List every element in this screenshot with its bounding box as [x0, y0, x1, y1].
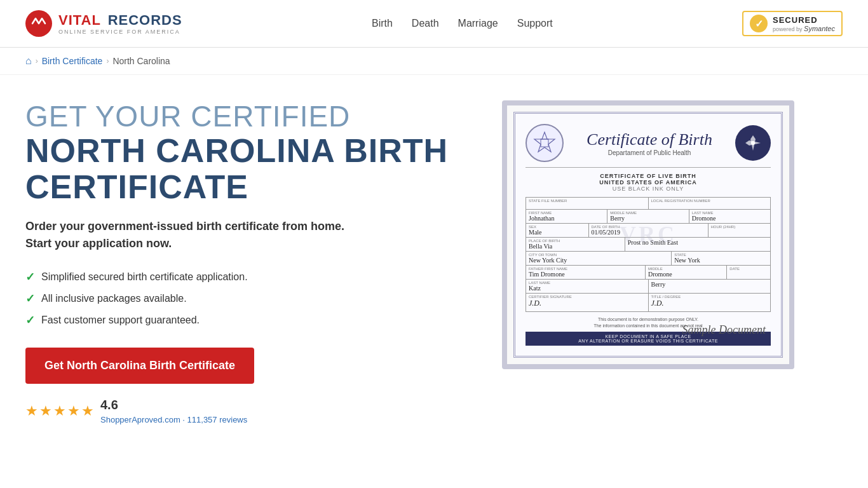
cert-cell-last: LAST NAME Dromone [689, 210, 770, 223]
rating-details: 4.6 ShopperAproved.com · 111,357 reviews [100, 398, 247, 424]
cert-cell-local-reg: LOCAL REGISTRATION NUMBER [649, 198, 771, 209]
cert-cell-father-first: FATHER FIRST NAME Tim Dromone [526, 266, 646, 279]
cert-subtitle-3: USE BLACK INK ONLY [526, 186, 771, 192]
norton-check-icon: ✓ [750, 15, 768, 32]
breadcrumb-home-icon[interactable]: ⌂ [25, 55, 32, 67]
cert-cell-father-mid: MIDDLE Dromone [646, 266, 727, 279]
main-content: GET YOUR CERTIFIED NORTH CAROLINA BIRTH … [0, 75, 868, 437]
rating-area: ★ ★ ★ ★ ★ 4.6 ShopperAproved.com · 111,3… [25, 398, 458, 424]
star-4: ★ [67, 403, 80, 419]
cert-sample-label: Sample Document [682, 323, 766, 337]
breadcrumb: ⌂ › Birth Certificate › North Carolina [0, 48, 868, 75]
star-rating: ★ ★ ★ ★ ★ [25, 403, 94, 419]
cert-cell-file-number: STATE FILE NUMBER [526, 198, 649, 209]
cert-row-place: PLACE OF BIRTH Bella Via Prost no Smith … [526, 237, 771, 252]
logo-title: VITAL RECORDS [58, 12, 182, 29]
cert-cell-place1: PLACE OF BIRTH Bella Via [526, 238, 625, 251]
norton-powered-label: powered by Symantec [773, 25, 835, 32]
nav-death[interactable]: Death [412, 18, 439, 29]
svg-point-3 [751, 141, 755, 145]
norton-badge: ✓ SECURED powered by Symantec [742, 11, 843, 36]
check-icon-3: ✓ [25, 313, 35, 327]
check-icon-1: ✓ [25, 270, 35, 284]
cert-title-area: Certificate of Birth Departament of Publ… [564, 130, 735, 156]
logo-subtitle: ONLINE SERVICE FOR AMERICA [58, 29, 182, 35]
breadcrumb-sep-1: › [36, 57, 38, 65]
rating-source[interactable]: ShopperAproved.com · 111,357 reviews [100, 415, 247, 424]
features-list: ✓ Simplified secured birth certificate a… [25, 270, 458, 327]
norton-secured-label: SECURED [773, 15, 835, 25]
nav-birth[interactable]: Birth [372, 18, 393, 29]
hero-description: Order your government-issued birth certi… [25, 218, 369, 252]
svg-rect-1 [541, 139, 548, 147]
cert-cell-7b: Berry [649, 280, 771, 293]
nav-support[interactable]: Support [517, 18, 553, 29]
cert-cell-sig2: TITLE / DEGREE J.D. [649, 294, 771, 311]
cert-subtitle-2: UNITED STATES OF AMERICA [526, 179, 771, 186]
cert-cell-hour: HOUR (24HR) [709, 224, 771, 237]
header: VITAL RECORDS ONLINE SERVICE FOR AMERICA… [0, 0, 868, 48]
cert-cell-city: CITY OR TOWN New York City [526, 252, 672, 265]
cert-seal [526, 124, 564, 162]
cert-cell-dob: DATE OF BIRTH 01/05/2019 [589, 224, 709, 237]
logo[interactable]: VITAL RECORDS ONLINE SERVICE FOR AMERICA [25, 10, 182, 37]
star-1: ★ [25, 403, 38, 419]
feature-2: ✓ All inclusive packages available. [25, 292, 458, 306]
cert-cell-father-date: DATE [727, 266, 770, 279]
breadcrumb-sep-2: › [106, 57, 109, 65]
main-nav: Birth Death Marriage Support [372, 18, 553, 29]
svg-marker-0 [534, 132, 555, 152]
cert-header: Certificate of Birth Departament of Publ… [526, 124, 771, 162]
rating-score: 4.6 [100, 398, 247, 412]
cert-row-father: FATHER FIRST NAME Tim Dromone MIDDLE Dro… [526, 265, 771, 280]
breadcrumb-current: North Carolina [112, 56, 170, 66]
feature-1: ✓ Simplified secured birth certificate a… [25, 270, 458, 284]
cert-row-sig: CERTIFIER SIGNATURE J.D. TITLE / DEGREE … [526, 293, 771, 312]
star-5: ★ [81, 403, 94, 419]
right-content: VRC Certificate of Birth Departament of … [496, 100, 801, 424]
cert-subtitle-1: CERTIFICATE OF LIVE BIRTH [526, 173, 771, 179]
check-icon-2: ✓ [25, 292, 35, 306]
headline-top: GET YOUR CERTIFIED [25, 100, 458, 133]
cert-badge [735, 125, 771, 161]
feature-2-text: All inclusive packages available. [41, 293, 187, 304]
cert-cell-sex: SEX Male [526, 224, 589, 237]
cert-form-rows: STATE FILE NUMBER LOCAL REGISTRATION NUM… [526, 197, 771, 312]
cta-button[interactable]: Get North Carolina Birth Certificate [25, 348, 254, 384]
nav-marriage[interactable]: Marriage [458, 18, 498, 29]
cert-row-1: STATE FILE NUMBER LOCAL REGISTRATION NUM… [526, 197, 771, 210]
certificate-image: VRC Certificate of Birth Departament of … [502, 100, 794, 369]
certificate-inner: VRC Certificate of Birth Departament of … [513, 112, 783, 358]
breadcrumb-birth-certificate[interactable]: Birth Certificate [42, 56, 103, 66]
cert-row-name: FIRST NAME Johnathan MIDDLE NAME Berry L… [526, 209, 771, 224]
cert-cell-last2: LAST NAME Katz [526, 280, 649, 293]
cert-row-city: CITY OR TOWN New York City STATE New Yor… [526, 251, 771, 266]
logo-vital: VITAL [58, 12, 101, 28]
cert-row-7: LAST NAME Katz Berry [526, 279, 771, 294]
cert-cell-middle: MIDDLE NAME Berry [607, 210, 689, 223]
feature-3: ✓ Fast customer support guaranteed. [25, 313, 458, 327]
headline-bottom: NORTH CAROLINA BIRTH CERTIFICATE [25, 133, 458, 205]
cert-cell-place2: Prost no Smith East [625, 238, 770, 251]
logo-icon [25, 10, 52, 37]
cert-row-dob: SEX Male DATE OF BIRTH 01/05/2019 HOUR (… [526, 223, 771, 238]
cert-title: Certificate of Birth [564, 130, 735, 149]
logo-records: RECORDS [108, 12, 182, 28]
feature-3-text: Fast customer support guaranteed. [41, 315, 200, 326]
left-content: GET YOUR CERTIFIED NORTH CAROLINA BIRTH … [25, 100, 458, 424]
star-3: ★ [53, 403, 66, 419]
cert-divider-1 [526, 167, 771, 168]
norton-text: SECURED powered by Symantec [773, 15, 835, 32]
cert-cell-sig1: CERTIFIER SIGNATURE J.D. [526, 294, 649, 311]
feature-1-text: Simplified secured birth certificate app… [41, 271, 248, 283]
cert-cell-state: STATE New York [672, 252, 770, 265]
logo-text: VITAL RECORDS ONLINE SERVICE FOR AMERICA [58, 12, 182, 35]
cert-dept: Departament of Public Health [564, 149, 735, 156]
cert-cell-first: FIRST NAME Johnathan [526, 210, 607, 223]
star-2: ★ [39, 403, 52, 419]
